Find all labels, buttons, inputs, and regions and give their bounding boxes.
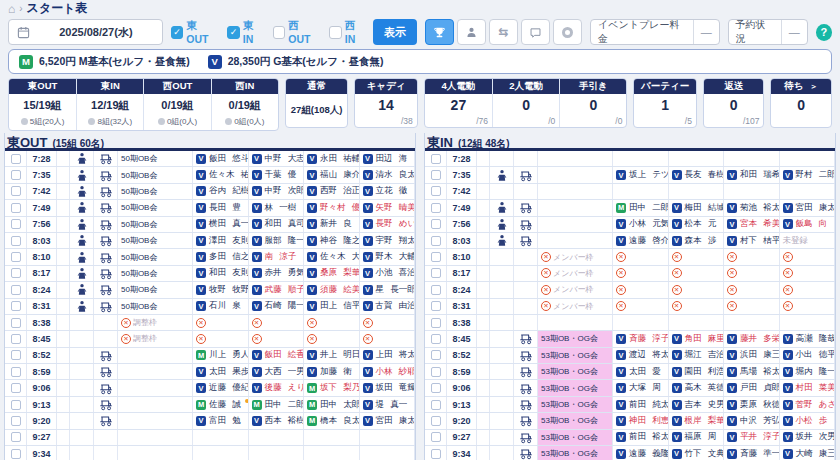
filter-checkbox[interactable] xyxy=(329,26,341,39)
player-cell[interactable] xyxy=(724,315,780,330)
player-cell[interactable]: V高瀬 隆哉 xyxy=(780,331,836,346)
player-cell[interactable] xyxy=(669,315,725,330)
row-checkbox[interactable] xyxy=(431,449,441,459)
player-cell[interactable] xyxy=(613,315,669,330)
row-checkbox[interactable] xyxy=(431,383,441,393)
player-cell[interactable]: V後藤 えりか xyxy=(249,380,305,395)
player-cell[interactable]: V大西 一男 xyxy=(249,364,305,379)
player-cell[interactable]: V星 長一郎 xyxy=(360,282,416,297)
player-cell[interactable]: ✕ xyxy=(669,249,725,264)
player-cell[interactable]: V長友 春樹 xyxy=(669,167,725,182)
row-checkbox[interactable] xyxy=(11,186,21,196)
player-cell[interactable]: V小出 徳平 xyxy=(780,348,836,363)
player-cell[interactable]: V遠藤 啓介 xyxy=(613,233,669,248)
row-checkbox[interactable] xyxy=(431,268,441,278)
player-cell[interactable]: V神谷 隆之介 xyxy=(304,233,360,248)
row-checkbox[interactable] xyxy=(431,318,441,328)
player-cell[interactable] xyxy=(193,446,249,460)
row-checkbox[interactable] xyxy=(431,367,441,377)
row-checkbox[interactable] xyxy=(431,154,441,164)
player-cell[interactable] xyxy=(249,446,305,460)
player-cell[interactable]: V村田 菜美 xyxy=(780,380,836,395)
player-cell[interactable]: V野木 大輔 xyxy=(360,249,416,264)
player-cell[interactable]: V菅野 あさ美 xyxy=(780,397,836,412)
player-cell[interactable]: ✕ xyxy=(669,282,725,297)
player-cell[interactable] xyxy=(724,184,780,199)
row-checkbox[interactable] xyxy=(431,219,441,229)
player-cell[interactable]: V服部 隆一 xyxy=(249,233,305,248)
player-cell[interactable]: V永田 祐輔 xyxy=(304,151,360,166)
player-cell[interactable]: ✕ xyxy=(360,331,416,346)
row-checkbox[interactable] xyxy=(11,416,21,426)
player-cell[interactable]: V石川 泉 xyxy=(193,299,249,314)
row-checkbox[interactable] xyxy=(431,432,441,442)
player-cell[interactable]: M田中 二郎 xyxy=(249,397,305,412)
filter-checkbox[interactable]: ✓ xyxy=(227,26,239,39)
player-cell[interactable]: V矢野 晴美 xyxy=(360,200,416,215)
player-cell[interactable]: V大塚 周 xyxy=(613,380,669,395)
player-cell[interactable]: V和田 友則 xyxy=(193,266,249,281)
player-cell[interactable]: V太田 愛 xyxy=(613,364,669,379)
player-cell[interactable]: V福山 康介 xyxy=(304,167,360,182)
player-cell[interactable]: ✕ xyxy=(724,299,780,314)
row-checkbox[interactable] xyxy=(11,318,21,328)
player-cell[interactable]: V坂上 テツヤ xyxy=(613,167,669,182)
player-cell[interactable]: V古賀 由治 xyxy=(360,299,416,314)
player-cell[interactable]: V牧野 牧野 xyxy=(193,282,249,297)
player-cell[interactable]: V加藤 衛 xyxy=(304,364,360,379)
player-cell[interactable]: V中野 大志 xyxy=(249,151,305,166)
player-cell[interactable]: V清水 良太 xyxy=(360,167,416,182)
row-checkbox[interactable] xyxy=(11,219,21,229)
player-cell[interactable]: V多田 信之 xyxy=(193,249,249,264)
player-cell[interactable]: M田中 二郎 xyxy=(613,200,669,215)
player-cell[interactable]: M田中 太郎 xyxy=(304,397,360,412)
player-cell[interactable] xyxy=(193,430,249,445)
player-cell[interactable]: V根岸 梨華 xyxy=(669,413,725,428)
player-cell[interactable]: M坂下 梨乃 xyxy=(304,380,360,395)
player-cell[interactable]: V谷内 紀樹 xyxy=(193,184,249,199)
player-cell[interactable]: ✕ xyxy=(304,315,360,330)
player-cell[interactable]: ✕ xyxy=(613,249,669,264)
player-cell[interactable] xyxy=(360,446,416,460)
player-cell[interactable]: V宮田 康太 xyxy=(360,413,416,428)
player-cell[interactable]: V堀江 吉治 xyxy=(669,348,725,363)
player-cell[interactable]: V園田 利浩 xyxy=(669,364,725,379)
player-cell[interactable]: V宮田 康太 xyxy=(780,200,836,215)
player-cell[interactable]: V大崎 康三 xyxy=(780,446,836,460)
player-cell[interactable]: V浜田 康三 xyxy=(724,348,780,363)
player-cell[interactable]: V前田 裕太 xyxy=(613,430,669,445)
date-picker[interactable]: 2025/08/27(水) xyxy=(8,19,163,45)
show-button[interactable]: 表示 xyxy=(373,19,417,45)
player-cell[interactable]: V武藤 順子 xyxy=(249,282,305,297)
filter-checkbox[interactable] xyxy=(273,26,285,39)
row-checkbox[interactable] xyxy=(11,268,21,278)
player-cell[interactable]: V坂井 次男 xyxy=(780,430,836,445)
row-checkbox[interactable] xyxy=(431,170,441,180)
player-cell[interactable] xyxy=(613,151,669,166)
player-cell[interactable]: V林 一樹 xyxy=(249,200,305,215)
player-cell[interactable] xyxy=(669,151,725,166)
event-fee-field[interactable]: イベントプレー料金 — xyxy=(590,19,720,45)
player-cell[interactable]: V和田 真司 xyxy=(249,217,305,232)
player-cell[interactable]: V坂田 竜輝 xyxy=(360,380,416,395)
player-cell[interactable]: V須藤 絵美 xyxy=(304,282,360,297)
help-icon[interactable]: ? xyxy=(816,24,832,41)
row-checkbox[interactable] xyxy=(431,334,441,344)
player-cell[interactable]: V菊池 裕太 xyxy=(724,200,780,215)
filter-西IN[interactable]: 西IN xyxy=(329,19,364,45)
player-cell[interactable]: V角田 麻里子 xyxy=(669,331,725,346)
player-cell[interactable]: V飯島 向 xyxy=(780,217,836,232)
player-cell[interactable]: V松本 元 xyxy=(669,217,725,232)
row-checkbox[interactable] xyxy=(11,350,21,360)
row-checkbox[interactable] xyxy=(431,400,441,410)
row-checkbox[interactable] xyxy=(11,154,21,164)
player-cell[interactable]: ✕ xyxy=(249,331,305,346)
player-cell[interactable]: V西本 裕樹 xyxy=(249,413,305,428)
row-checkbox[interactable] xyxy=(431,350,441,360)
filter-西OUT[interactable]: 西OUT xyxy=(273,19,320,45)
player-cell[interactable]: V中沢 芳弘 xyxy=(724,413,780,428)
player-cell[interactable] xyxy=(360,430,416,445)
player-cell[interactable]: ✕ xyxy=(780,266,836,281)
player-cell[interactable]: ✕ xyxy=(724,266,780,281)
row-checkbox[interactable] xyxy=(11,236,21,246)
